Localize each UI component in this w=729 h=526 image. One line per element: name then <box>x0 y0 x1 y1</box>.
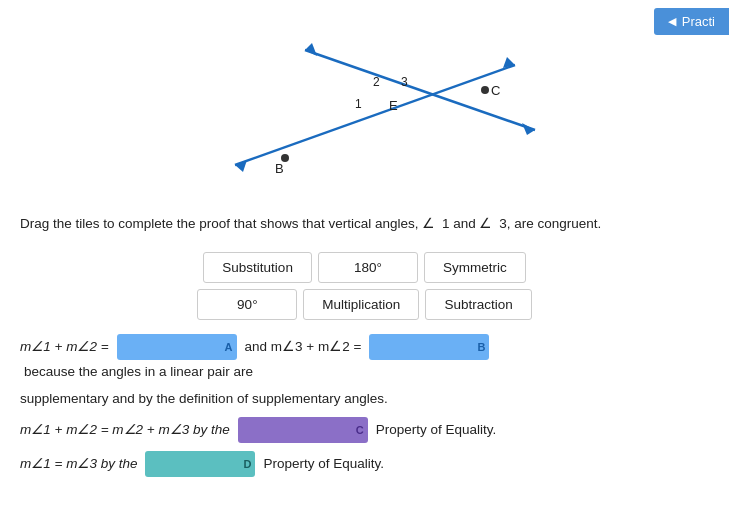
dot-C <box>481 86 489 94</box>
blank-box-A[interactable]: A <box>117 334 237 360</box>
tile-180[interactable]: 180° <box>318 252 418 283</box>
label-B: B <box>275 161 284 176</box>
label-2: 2 <box>373 75 380 89</box>
box-label-A: A <box>225 338 233 358</box>
tile-symmetric[interactable]: Symmetric <box>424 252 526 283</box>
label-E: E <box>389 98 398 113</box>
svg-marker-4 <box>522 123 535 135</box>
proof-area: m∠1 + m∠2 = A and m∠3 + m∠2 = B because … <box>0 334 729 477</box>
tile-90[interactable]: 90° <box>197 289 297 320</box>
diagram-area: E 2 3 1 B C <box>0 10 729 210</box>
instructions-content: Drag the tiles to complete the proof tha… <box>20 216 601 231</box>
blank-box-D[interactable]: D <box>145 451 255 477</box>
tiles-row-1: Substitution 180° Symmetric <box>203 252 525 283</box>
proof-line2-text: m∠1 + m∠2 = m∠2 + m∠3 by the <box>20 418 230 442</box>
proof-line1-end: because the angles in a linear pair are <box>24 360 253 384</box>
proof-line1-cont: supplementary and by the definition of s… <box>20 387 388 411</box>
proof-line1-middle: and m∠3 + m∠2 = <box>245 335 362 359</box>
box-label-D: D <box>243 455 251 475</box>
label-1: 1 <box>355 97 362 111</box>
tile-subtraction[interactable]: Subtraction <box>425 289 531 320</box>
tile-multiplication[interactable]: Multiplication <box>303 289 419 320</box>
proof-line-1-cont: supplementary and by the definition of s… <box>20 387 709 411</box>
proof-line-1: m∠1 + m∠2 = A and m∠3 + m∠2 = B because … <box>20 334 709 384</box>
label-C: C <box>491 83 500 98</box>
instructions-text: Drag the tiles to complete the proof tha… <box>0 210 729 244</box>
tile-substitution[interactable]: Substitution <box>203 252 312 283</box>
tiles-row-2: 90° Multiplication Subtraction <box>197 289 531 320</box>
proof-line3-end: Property of Equality. <box>263 452 384 476</box>
proof-line-2: m∠1 + m∠2 = m∠2 + m∠3 by the C Property … <box>20 417 709 443</box>
proof-line-3: m∠1 = m∠3 by the D Property of Equality. <box>20 451 709 477</box>
proof-line1-start: m∠1 + m∠2 = <box>20 335 109 359</box>
blank-box-C[interactable]: C <box>238 417 368 443</box>
tiles-container: Substitution 180° Symmetric 90° Multipli… <box>0 252 729 320</box>
label-3: 3 <box>401 75 408 89</box>
angle-diagram: E 2 3 1 B C <box>175 10 555 200</box>
proof-line2-end: Property of Equality. <box>376 418 497 442</box>
proof-line3-text: m∠1 = m∠3 by the <box>20 452 137 476</box>
box-label-B: B <box>477 338 485 358</box>
blank-box-B[interactable]: B <box>369 334 489 360</box>
svg-marker-5 <box>305 43 317 56</box>
box-label-C: C <box>356 421 364 441</box>
svg-line-3 <box>305 50 535 130</box>
